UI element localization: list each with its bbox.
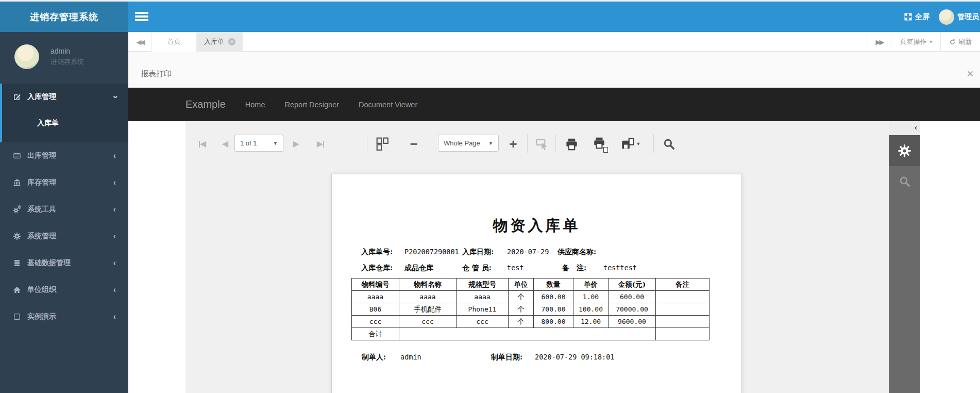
- report-page: 物资入库单 入库单号: P202007290001 入库日期: 2020-07-…: [331, 174, 742, 393]
- order-no-label: 入库单号:: [361, 248, 393, 257]
- tab-close-icon[interactable]: ✕: [228, 38, 235, 45]
- caret-down-icon: ▼: [273, 141, 278, 146]
- fullscreen-button[interactable]: 全屏: [904, 12, 930, 22]
- viewer-nav-document-viewer[interactable]: Document Viewer: [359, 101, 417, 109]
- total-label: 合计: [352, 328, 399, 340]
- page-number-combo[interactable]: 1 of 1▼: [234, 135, 283, 152]
- zoom-level-combo[interactable]: Whole Page▼: [438, 135, 499, 152]
- chevron-left-icon: ‹: [113, 232, 116, 241]
- created-date-value: 2020-07-29 09:18:01: [535, 353, 614, 361]
- keeper-label: 仓 管 员:: [462, 264, 492, 273]
- panel-close-icon[interactable]: ✕: [967, 69, 974, 79]
- hamburger-menu-icon[interactable]: [135, 12, 149, 23]
- first-page-button[interactable]: ◀: [194, 135, 211, 153]
- user-avatar[interactable]: [939, 9, 954, 25]
- table-header-row: 物料编号 物料名称 规格型号 单位 数量 单价 金额(元) 备注: [352, 279, 709, 291]
- tab-scroll-left-icon[interactable]: ◀◀: [128, 32, 152, 52]
- print-page-button[interactable]: [588, 135, 610, 153]
- toolbar-separator: [398, 134, 398, 153]
- sidebar-item-inbound-order[interactable]: 入库单: [2, 110, 128, 136]
- viewer-nav-home[interactable]: Home: [245, 101, 265, 109]
- caret-down-icon: ▾: [930, 39, 932, 44]
- cogs-icon: [13, 205, 21, 214]
- tab-scroll-right-icon[interactable]: ▶▶: [867, 32, 891, 52]
- profile-avatar[interactable]: [14, 44, 39, 69]
- sidebar-item-demo[interactable]: 实例演示 ‹: [0, 303, 128, 330]
- viewer-settings-button[interactable]: [889, 135, 920, 166]
- viewer-body: ◀ ◀ 1 of 1▼ ▶ ▶ − Whole Page▼ +: [128, 121, 980, 393]
- sidebar-group-inbound: 入库管理 ‹ 入库单: [0, 84, 128, 142]
- printer-icon: [565, 137, 579, 151]
- document-field-row: 入库仓库: 成品仓库 仓 管 员: test 备 注: testtest: [332, 264, 741, 274]
- gear-icon: [13, 232, 21, 240]
- tab-bar: ◀◀ 首页 入库单 ✕ ▶▶ 页签操作 ▾ 刷新: [128, 32, 980, 52]
- tab-inbound-order[interactable]: 入库单 ✕: [197, 32, 243, 52]
- viewer-nav-report-designer[interactable]: Report Designer: [285, 101, 340, 109]
- sidebar-item-stock-mgmt[interactable]: 库存管理 ‹: [0, 169, 128, 196]
- order-date-label: 入库日期:: [462, 248, 494, 257]
- chevron-left-icon: ‹: [113, 205, 116, 214]
- creator-value: admin: [400, 353, 421, 361]
- table-total-row: 合计: [352, 328, 709, 340]
- toolbar-separator: [653, 134, 654, 153]
- table-row: aaaa aaaa aaaa 个 600.00 1.00 600.00: [352, 291, 709, 303]
- viewer-navbar: Example Home Report Designer Document Vi…: [128, 88, 980, 121]
- home-icon: [13, 286, 21, 294]
- tabbar-right: ▶▶ 页签操作 ▾ 刷新: [867, 32, 980, 52]
- refresh-button[interactable]: 刷新: [940, 32, 980, 52]
- brand-area[interactable]: 进销存管理系统: [0, 2, 128, 32]
- chevron-down-icon: ‹: [110, 95, 119, 98]
- sidebar-item-inbound-mgmt[interactable]: 入库管理 ‹: [2, 84, 128, 110]
- document-title: 物资入库单: [332, 216, 741, 236]
- edit-icon: [13, 93, 21, 101]
- refresh-icon: [949, 39, 956, 45]
- last-page-button[interactable]: ▶: [312, 135, 329, 153]
- toolbar-separator: [555, 134, 556, 153]
- caret-down-icon: ▼: [636, 141, 641, 146]
- sidebar-item-org[interactable]: 单位组织 ‹: [0, 276, 128, 303]
- sidebar-item-system-mgmt[interactable]: 系统管理 ‹: [0, 223, 128, 250]
- creator-label: 制单人:: [362, 353, 386, 362]
- print-button[interactable]: [561, 135, 582, 153]
- fullscreen-icon: [904, 13, 912, 21]
- sidebar-item-system-tools[interactable]: 系统工具 ‹: [0, 196, 128, 223]
- items-table: 物料编号 物料名称 规格型号 单位 数量 单价 金额(元) 备注 aaaa aa…: [351, 278, 709, 340]
- tab-operations-button[interactable]: 页签操作 ▾: [891, 32, 940, 52]
- warehouse-label: 入库仓库:: [361, 264, 393, 273]
- tab-home[interactable]: 首页: [152, 32, 197, 52]
- zoom-out-button[interactable]: −: [404, 135, 423, 153]
- sidebar-item-base-data[interactable]: 基础数据管理 ‹: [0, 250, 128, 276]
- viewer-find-button[interactable]: [889, 166, 920, 197]
- top-header: 进销存管理系统 全屏 管理员: [0, 0, 980, 32]
- square-icon: [13, 313, 21, 321]
- collapse-chevron-icon[interactable]: ‹: [915, 123, 917, 132]
- printer-page-icon: [593, 136, 606, 152]
- zoom-in-button[interactable]: +: [504, 135, 522, 153]
- pointer-tool-button[interactable]: [532, 135, 552, 153]
- multi-page-view-button[interactable]: [372, 135, 393, 153]
- table-row: B06 手机配件 Phone11 个 700.00 100.00 70000.0…: [352, 303, 709, 316]
- order-date-value: 2020-07-29: [507, 248, 549, 256]
- user-role-label[interactable]: 管理员: [957, 12, 979, 22]
- viewer-brand[interactable]: Example: [185, 99, 226, 110]
- export-button[interactable]: ▼: [617, 135, 644, 153]
- find-button[interactable]: [658, 135, 679, 153]
- header-right: 全屏 管理员: [896, 2, 980, 32]
- app-window: 进销存管理系统 全屏 管理员 admin 进销存系统 入库管理: [0, 0, 980, 393]
- profile-name: admin: [50, 47, 84, 55]
- caret-down-icon: ▼: [488, 141, 493, 146]
- sidebar-menu: 入库管理 ‹ 入库单 出库管理 ‹ 库存管理 ‹: [0, 84, 128, 330]
- next-page-button[interactable]: ▶: [289, 135, 304, 153]
- keeper-value: test: [507, 264, 524, 272]
- sidebar: admin 进销存系统 入库管理 ‹ 入库单 出库管理 ‹: [0, 32, 128, 393]
- toolbar-separator: [527, 134, 528, 153]
- prev-page-button[interactable]: ◀: [217, 135, 233, 153]
- chevron-left-icon: ‹: [113, 151, 116, 160]
- sidebar-item-outbound-mgmt[interactable]: 出库管理 ‹: [0, 142, 128, 169]
- pointer-icon: [535, 137, 549, 151]
- bank-icon: [13, 178, 21, 187]
- document-footer-row: 制单人: admin 制单日期: 2020-07-29 09:18:01: [332, 353, 741, 363]
- profile-subtitle: 进销存系统: [50, 57, 84, 67]
- toolbar-separator: [367, 134, 367, 153]
- app-title: 进销存管理系统: [30, 11, 98, 23]
